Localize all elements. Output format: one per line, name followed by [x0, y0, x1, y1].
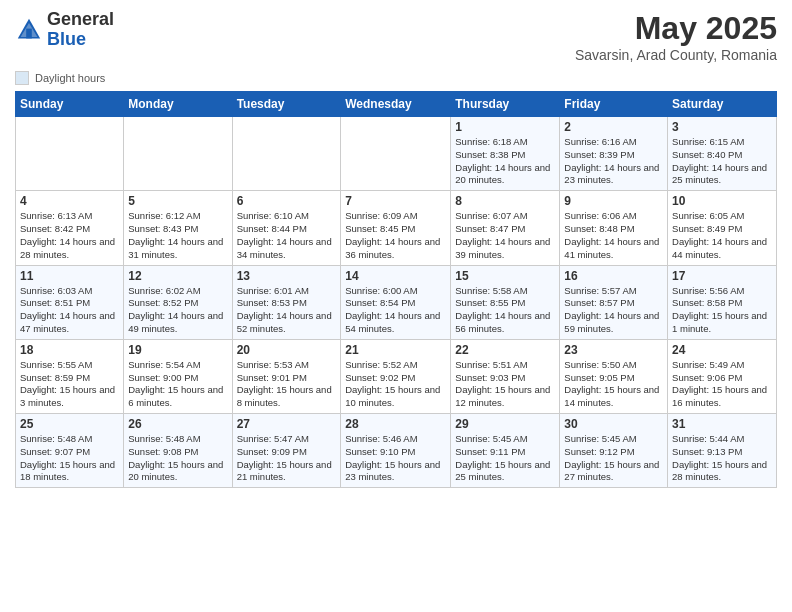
week-row: 1Sunrise: 6:18 AM Sunset: 8:38 PM Daylig…	[16, 117, 777, 191]
day-number: 16	[564, 269, 663, 283]
legend: Daylight hours	[15, 71, 777, 85]
day-info: Sunrise: 6:10 AM Sunset: 8:44 PM Dayligh…	[237, 210, 337, 261]
calendar-cell: 21Sunrise: 5:52 AM Sunset: 9:02 PM Dayli…	[341, 339, 451, 413]
logo: General Blue	[15, 10, 114, 50]
calendar-cell	[16, 117, 124, 191]
day-info: Sunrise: 5:45 AM Sunset: 9:12 PM Dayligh…	[564, 433, 663, 484]
day-number: 3	[672, 120, 772, 134]
calendar-cell: 20Sunrise: 5:53 AM Sunset: 9:01 PM Dayli…	[232, 339, 341, 413]
week-row: 11Sunrise: 6:03 AM Sunset: 8:51 PM Dayli…	[16, 265, 777, 339]
day-info: Sunrise: 6:03 AM Sunset: 8:51 PM Dayligh…	[20, 285, 119, 336]
calendar-cell: 9Sunrise: 6:06 AM Sunset: 8:48 PM Daylig…	[560, 191, 668, 265]
day-number: 11	[20, 269, 119, 283]
day-info: Sunrise: 6:12 AM Sunset: 8:43 PM Dayligh…	[128, 210, 227, 261]
calendar-cell: 14Sunrise: 6:00 AM Sunset: 8:54 PM Dayli…	[341, 265, 451, 339]
logo-icon	[15, 16, 43, 44]
day-number: 10	[672, 194, 772, 208]
header-cell-sunday: Sunday	[16, 92, 124, 117]
day-info: Sunrise: 5:57 AM Sunset: 8:57 PM Dayligh…	[564, 285, 663, 336]
day-info: Sunrise: 6:02 AM Sunset: 8:52 PM Dayligh…	[128, 285, 227, 336]
day-number: 18	[20, 343, 119, 357]
day-info: Sunrise: 5:50 AM Sunset: 9:05 PM Dayligh…	[564, 359, 663, 410]
day-info: Sunrise: 6:13 AM Sunset: 8:42 PM Dayligh…	[20, 210, 119, 261]
calendar-cell: 17Sunrise: 5:56 AM Sunset: 8:58 PM Dayli…	[668, 265, 777, 339]
header-cell-friday: Friday	[560, 92, 668, 117]
calendar-cell: 4Sunrise: 6:13 AM Sunset: 8:42 PM Daylig…	[16, 191, 124, 265]
day-info: Sunrise: 6:01 AM Sunset: 8:53 PM Dayligh…	[237, 285, 337, 336]
calendar-cell	[124, 117, 232, 191]
calendar-cell: 3Sunrise: 6:15 AM Sunset: 8:40 PM Daylig…	[668, 117, 777, 191]
day-number: 4	[20, 194, 119, 208]
day-number: 25	[20, 417, 119, 431]
svg-rect-2	[26, 28, 32, 38]
day-number: 28	[345, 417, 446, 431]
calendar-cell: 16Sunrise: 5:57 AM Sunset: 8:57 PM Dayli…	[560, 265, 668, 339]
day-number: 19	[128, 343, 227, 357]
day-number: 26	[128, 417, 227, 431]
day-number: 30	[564, 417, 663, 431]
day-number: 13	[237, 269, 337, 283]
day-number: 17	[672, 269, 772, 283]
day-number: 14	[345, 269, 446, 283]
day-info: Sunrise: 5:58 AM Sunset: 8:55 PM Dayligh…	[455, 285, 555, 336]
calendar-cell: 22Sunrise: 5:51 AM Sunset: 9:03 PM Dayli…	[451, 339, 560, 413]
logo-general: General	[47, 10, 114, 30]
calendar-cell: 27Sunrise: 5:47 AM Sunset: 9:09 PM Dayli…	[232, 414, 341, 488]
calendar-cell: 2Sunrise: 6:16 AM Sunset: 8:39 PM Daylig…	[560, 117, 668, 191]
calendar-cell: 30Sunrise: 5:45 AM Sunset: 9:12 PM Dayli…	[560, 414, 668, 488]
calendar-cell: 5Sunrise: 6:12 AM Sunset: 8:43 PM Daylig…	[124, 191, 232, 265]
day-number: 15	[455, 269, 555, 283]
day-info: Sunrise: 6:15 AM Sunset: 8:40 PM Dayligh…	[672, 136, 772, 187]
calendar-table: SundayMondayTuesdayWednesdayThursdayFrid…	[15, 91, 777, 488]
calendar-cell	[341, 117, 451, 191]
day-info: Sunrise: 5:52 AM Sunset: 9:02 PM Dayligh…	[345, 359, 446, 410]
day-number: 23	[564, 343, 663, 357]
calendar-cell: 28Sunrise: 5:46 AM Sunset: 9:10 PM Dayli…	[341, 414, 451, 488]
page-header: General Blue May 2025 Savarsin, Arad Cou…	[15, 10, 777, 63]
day-number: 6	[237, 194, 337, 208]
day-info: Sunrise: 6:18 AM Sunset: 8:38 PM Dayligh…	[455, 136, 555, 187]
day-info: Sunrise: 5:54 AM Sunset: 9:00 PM Dayligh…	[128, 359, 227, 410]
header-cell-saturday: Saturday	[668, 92, 777, 117]
week-row: 18Sunrise: 5:55 AM Sunset: 8:59 PM Dayli…	[16, 339, 777, 413]
day-number: 12	[128, 269, 227, 283]
day-info: Sunrise: 6:00 AM Sunset: 8:54 PM Dayligh…	[345, 285, 446, 336]
week-row: 4Sunrise: 6:13 AM Sunset: 8:42 PM Daylig…	[16, 191, 777, 265]
day-number: 24	[672, 343, 772, 357]
day-info: Sunrise: 5:53 AM Sunset: 9:01 PM Dayligh…	[237, 359, 337, 410]
location-subtitle: Savarsin, Arad County, Romania	[575, 47, 777, 63]
day-number: 31	[672, 417, 772, 431]
header-row: SundayMondayTuesdayWednesdayThursdayFrid…	[16, 92, 777, 117]
day-number: 1	[455, 120, 555, 134]
calendar-cell: 10Sunrise: 6:05 AM Sunset: 8:49 PM Dayli…	[668, 191, 777, 265]
calendar-body: 1Sunrise: 6:18 AM Sunset: 8:38 PM Daylig…	[16, 117, 777, 488]
day-info: Sunrise: 5:48 AM Sunset: 9:07 PM Dayligh…	[20, 433, 119, 484]
calendar-cell: 11Sunrise: 6:03 AM Sunset: 8:51 PM Dayli…	[16, 265, 124, 339]
header-cell-monday: Monday	[124, 92, 232, 117]
calendar-cell: 1Sunrise: 6:18 AM Sunset: 8:38 PM Daylig…	[451, 117, 560, 191]
logo-blue: Blue	[47, 30, 114, 50]
calendar-cell: 7Sunrise: 6:09 AM Sunset: 8:45 PM Daylig…	[341, 191, 451, 265]
calendar-cell: 23Sunrise: 5:50 AM Sunset: 9:05 PM Dayli…	[560, 339, 668, 413]
day-info: Sunrise: 5:47 AM Sunset: 9:09 PM Dayligh…	[237, 433, 337, 484]
day-info: Sunrise: 5:45 AM Sunset: 9:11 PM Dayligh…	[455, 433, 555, 484]
header-cell-tuesday: Tuesday	[232, 92, 341, 117]
calendar-cell: 12Sunrise: 6:02 AM Sunset: 8:52 PM Dayli…	[124, 265, 232, 339]
day-info: Sunrise: 5:51 AM Sunset: 9:03 PM Dayligh…	[455, 359, 555, 410]
week-row: 25Sunrise: 5:48 AM Sunset: 9:07 PM Dayli…	[16, 414, 777, 488]
month-title: May 2025	[575, 10, 777, 47]
day-number: 7	[345, 194, 446, 208]
day-number: 27	[237, 417, 337, 431]
calendar-header: SundayMondayTuesdayWednesdayThursdayFrid…	[16, 92, 777, 117]
calendar-cell: 18Sunrise: 5:55 AM Sunset: 8:59 PM Dayli…	[16, 339, 124, 413]
day-number: 2	[564, 120, 663, 134]
header-cell-thursday: Thursday	[451, 92, 560, 117]
legend-box	[15, 71, 29, 85]
day-info: Sunrise: 5:46 AM Sunset: 9:10 PM Dayligh…	[345, 433, 446, 484]
day-info: Sunrise: 5:56 AM Sunset: 8:58 PM Dayligh…	[672, 285, 772, 336]
calendar-cell: 13Sunrise: 6:01 AM Sunset: 8:53 PM Dayli…	[232, 265, 341, 339]
day-info: Sunrise: 6:07 AM Sunset: 8:47 PM Dayligh…	[455, 210, 555, 261]
day-info: Sunrise: 6:05 AM Sunset: 8:49 PM Dayligh…	[672, 210, 772, 261]
day-number: 29	[455, 417, 555, 431]
header-cell-wednesday: Wednesday	[341, 92, 451, 117]
